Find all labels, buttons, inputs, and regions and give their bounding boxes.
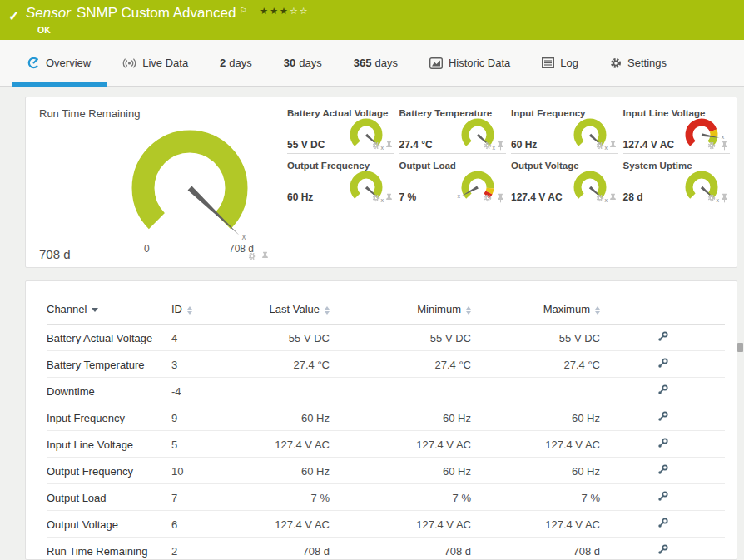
- cell-channel: Input Frequency: [47, 404, 171, 431]
- tab-number: 2: [220, 57, 226, 69]
- main-gauge-wrap: x 0 708 d: [117, 123, 262, 256]
- flag-icon[interactable]: ⚐: [239, 6, 246, 15]
- gear-icon[interactable]: [248, 252, 256, 260]
- gauge-cell-battery-temperature: Battery Temperaturex27.4 °C: [399, 107, 507, 154]
- table-row: Output Voltage6127.4 V AC127.4 V AC127.4…: [47, 511, 725, 538]
- column-header-channel[interactable]: Channel: [47, 303, 171, 325]
- cell-minimum: 60 Hz: [330, 458, 471, 484]
- pin-icon[interactable]: [721, 141, 728, 151]
- column-header-id[interactable]: ID: [171, 303, 255, 325]
- table-header-row: ChannelIDLast ValueMinimumMaximum: [47, 303, 725, 325]
- gauges-panel: Run Time Remaining x 0 708 d 708 d Batte…: [25, 97, 737, 268]
- gear-icon[interactable]: [484, 194, 492, 202]
- gear-icon[interactable]: [707, 141, 716, 150]
- pin-icon[interactable]: [497, 141, 504, 151]
- gear-icon[interactable]: [596, 194, 604, 202]
- cell-id: 6: [171, 511, 255, 538]
- cell-last-value: 27.4 °C: [255, 351, 330, 378]
- pin-icon[interactable]: [609, 141, 617, 151]
- gear-icon[interactable]: [596, 141, 604, 150]
- table-row: Input Frequency960 Hz60 Hz60 Hz: [47, 404, 725, 431]
- channel-settings-wrench-icon[interactable]: [657, 517, 669, 529]
- channel-settings-wrench-icon[interactable]: [657, 490, 669, 503]
- star-icon[interactable]: ★: [270, 6, 280, 16]
- cell-channel: Output Frequency: [47, 458, 171, 484]
- cell-last-value: [255, 378, 330, 404]
- channel-settings-wrench-icon[interactable]: [657, 384, 669, 396]
- gauge-value: 55 V DC: [287, 139, 325, 151]
- pin-icon[interactable]: [385, 141, 393, 151]
- column-label: Channel: [47, 303, 87, 315]
- cell-maximum: 7 %: [471, 484, 600, 511]
- cell-minimum: 55 V DC: [330, 325, 471, 351]
- tab-settings[interactable]: Settings: [594, 40, 682, 86]
- cell-channel: Run Time Remaining: [47, 538, 171, 560]
- pin-icon[interactable]: [721, 193, 728, 203]
- gauge-value: 28 d: [623, 191, 643, 203]
- sensor-kind-label: Sensor: [26, 5, 71, 22]
- cell-channel: Output Voltage: [47, 511, 171, 538]
- star-icon[interactable]: ☆: [300, 6, 310, 16]
- gauge-title: Run Time Remaining: [39, 107, 269, 120]
- tab-2-days[interactable]: 2days: [204, 40, 268, 86]
- gauge-icon: [27, 57, 40, 69]
- cell-channel: Downtime: [47, 378, 171, 404]
- small-gauges-grid: Battery Actual Voltagex55 V DCBattery Te…: [277, 102, 733, 267]
- pin-icon[interactable]: [261, 251, 269, 261]
- column-header-minimum[interactable]: Minimum: [330, 303, 471, 325]
- sort-icon: [466, 306, 471, 315]
- gauge-value: 708 d: [39, 247, 71, 261]
- gauge-cell-system-uptime: System Uptimex28 d: [623, 159, 731, 206]
- tab-label: Settings: [627, 57, 667, 69]
- table-row: Battery Actual Voltage455 V DC55 V DC55 …: [47, 325, 725, 351]
- channel-settings-wrench-icon[interactable]: [657, 437, 669, 449]
- pin-icon[interactable]: [385, 193, 393, 203]
- scrollbar-thumb[interactable]: [737, 343, 743, 352]
- cell-maximum: 708 d: [471, 538, 600, 560]
- tab-label: Live Data: [142, 57, 188, 69]
- cell-minimum: [330, 378, 471, 404]
- channel-settings-wrench-icon[interactable]: [657, 410, 669, 423]
- tab-365-days[interactable]: 365days: [338, 40, 414, 86]
- cell-channel: Output Load: [47, 484, 171, 511]
- cell-id: 7: [171, 484, 255, 511]
- gear-icon[interactable]: [484, 141, 492, 150]
- channel-settings-wrench-icon[interactable]: [657, 330, 669, 343]
- pin-icon[interactable]: [497, 193, 504, 203]
- tab-live-data[interactable]: Live Data: [107, 40, 204, 86]
- cell-maximum: [471, 378, 600, 404]
- sort-icon: [595, 306, 600, 315]
- channel-settings-wrench-icon[interactable]: [657, 357, 669, 369]
- column-header-last-value[interactable]: Last Value: [255, 303, 330, 325]
- cell-maximum: 60 Hz: [471, 458, 600, 484]
- run-time-remaining-gauge: x: [117, 123, 262, 246]
- channel-settings-wrench-icon[interactable]: [657, 463, 669, 476]
- table-row: Output Load77 %7 %7 %: [47, 484, 725, 511]
- star-icon[interactable]: ★: [260, 6, 270, 16]
- log-icon: [542, 57, 554, 68]
- column-header-maximum[interactable]: Maximum: [471, 303, 600, 325]
- star-icon[interactable]: ★: [280, 6, 290, 16]
- channel-settings-wrench-icon[interactable]: [657, 543, 669, 556]
- cell-minimum: 60 Hz: [330, 404, 471, 431]
- tab-30-days[interactable]: 30days: [268, 40, 338, 86]
- priority-stars[interactable]: ★★★☆☆: [260, 7, 309, 16]
- gear-icon: [610, 57, 622, 69]
- tab-number: 30: [284, 57, 295, 69]
- gauge-value: 127.4 V AC: [511, 191, 563, 203]
- star-icon[interactable]: ☆: [290, 6, 300, 16]
- gear-icon[interactable]: [707, 194, 716, 202]
- pin-icon[interactable]: [609, 193, 617, 203]
- table-row: Run Time Remaining2708 d708 d708 d: [47, 538, 725, 560]
- tab-label: days: [374, 57, 397, 69]
- tab-overview[interactable]: Overview: [12, 40, 107, 86]
- gear-icon[interactable]: [372, 194, 380, 202]
- tab-label: Overview: [46, 57, 91, 69]
- tab-log[interactable]: Log: [526, 40, 594, 86]
- historic-icon: [429, 57, 443, 69]
- gauge-value: 7 %: [399, 191, 417, 203]
- gauge-cell-output-load: Output Loadx7 %: [399, 159, 507, 206]
- table-row: Downtime-4: [47, 378, 725, 404]
- tab-historic-data[interactable]: Historic Data: [414, 40, 526, 86]
- gear-icon[interactable]: [372, 141, 380, 150]
